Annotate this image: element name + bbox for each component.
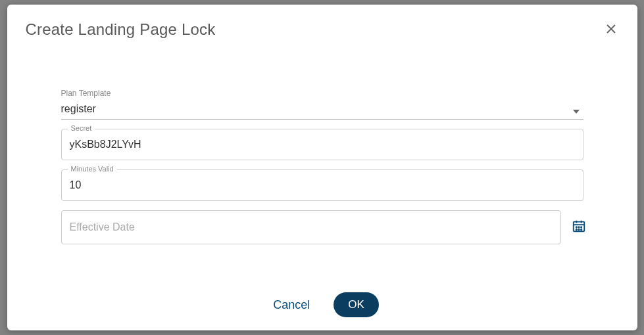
minutes-valid-field: Minutes Valid: [61, 169, 583, 201]
svg-point-9: [580, 227, 581, 227]
svg-point-8: [578, 227, 579, 227]
create-landing-page-lock-dialog: Create Landing Page Lock Plan Template r…: [7, 5, 637, 330]
plan-template-label: Plan Template: [61, 89, 583, 98]
form-body: Plan Template register Secret Minutes Va…: [7, 44, 637, 267]
calendar-button[interactable]: [572, 219, 586, 236]
cancel-button[interactable]: Cancel: [265, 293, 318, 317]
svg-point-11: [578, 229, 579, 230]
calendar-icon: [572, 219, 586, 236]
close-button[interactable]: [603, 21, 619, 39]
svg-point-12: [580, 229, 581, 230]
close-icon: [606, 24, 616, 37]
svg-point-10: [576, 229, 576, 230]
plan-template-field: Plan Template register: [61, 89, 583, 120]
minutes-valid-input[interactable]: [61, 169, 583, 201]
dialog-footer: Cancel OK: [7, 292, 637, 317]
secret-input[interactable]: [61, 129, 583, 160]
minutes-valid-label: Minutes Valid: [68, 165, 117, 173]
svg-point-7: [576, 227, 576, 227]
dialog-header: Create Landing Page Lock: [7, 5, 637, 44]
secret-field: Secret: [61, 129, 583, 160]
plan-template-select-wrap: register: [61, 100, 583, 120]
plan-template-select[interactable]: register: [61, 100, 583, 120]
dialog-title: Create Landing Page Lock: [26, 20, 216, 39]
effective-date-input[interactable]: [61, 210, 561, 244]
effective-date-row: [61, 210, 583, 244]
effective-date-field: [61, 210, 561, 244]
secret-label: Secret: [68, 124, 95, 132]
ok-button[interactable]: OK: [334, 292, 379, 317]
